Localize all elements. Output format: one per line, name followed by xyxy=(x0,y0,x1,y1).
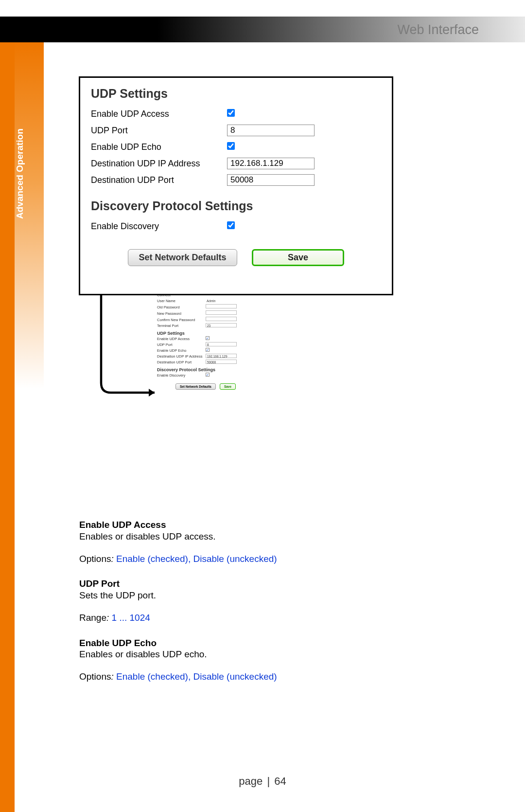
desc-access-opt-prefix: Options xyxy=(79,554,111,564)
dest-udp-ip-input[interactable] xyxy=(227,158,315,169)
enable-discovery-label: Enable Discovery xyxy=(91,221,227,232)
thumb-udp-echo-label: Enable UDP Echo xyxy=(157,348,206,354)
enable-discovery-checkbox[interactable] xyxy=(227,221,235,229)
thumb-tcp-termport-label: Terminal Port xyxy=(157,323,206,329)
thumb-tcp-newpwd-field xyxy=(206,310,237,315)
dest-udp-port-label: Destination UDP Port xyxy=(91,175,227,185)
thumb-disc-label: Enable Discovery xyxy=(157,373,206,379)
thumb-udp-port-label: UDP Port xyxy=(157,342,206,348)
udp-settings-title: UDP Settings xyxy=(91,87,381,101)
desc-echo-opt-colon: : xyxy=(111,671,116,682)
thumbnail-help-button: ? Help xyxy=(395,228,410,233)
side-section-label: Advanced Operation xyxy=(15,73,29,219)
thumb-udp-port-value: 8 xyxy=(206,342,237,346)
thumb-set-defaults-button: Set Network Defaults xyxy=(175,383,216,390)
enable-udp-access-checkbox[interactable] xyxy=(227,109,235,117)
thumb-disc-title: Discovery Protocol Settings xyxy=(157,367,254,372)
desc-access-opt-value: Enable (checked), Disable (unckecked) xyxy=(116,554,277,564)
desc-access-body: Enables or disables UDP access. xyxy=(79,531,420,542)
enable-udp-access-label: Enable UDP Access xyxy=(91,109,227,119)
udp-port-label: UDP Port xyxy=(91,126,227,136)
footer-page-number: 64 xyxy=(274,775,286,787)
desc-access-title: Enable UDP Access xyxy=(79,519,420,531)
thumb-save-button: Save xyxy=(220,383,236,390)
enable-udp-echo-label: Enable UDP Echo xyxy=(91,142,227,152)
thumb-disc-check xyxy=(206,373,210,377)
save-button[interactable]: Save xyxy=(252,249,344,266)
footer-label: page xyxy=(239,775,262,787)
desc-echo-opt-prefix: Options xyxy=(79,671,111,682)
enable-udp-echo-checkbox[interactable] xyxy=(227,142,235,150)
thumb-udp-enable-label: Enable UDP Access xyxy=(157,336,206,342)
thumb-tcp-oldpwd-field xyxy=(206,304,237,308)
thumb-tcp-newpwd-label: New Password xyxy=(157,311,206,317)
header-breadcrumb: Web Interface xyxy=(397,22,479,37)
dest-udp-port-input[interactable] xyxy=(227,174,315,186)
thumb-tcp-user-value: Admin xyxy=(206,299,237,303)
desc-port-opt-prefix: Range xyxy=(79,613,106,623)
desc-access-opt-colon: : xyxy=(111,554,116,564)
set-network-defaults-button[interactable]: Set Network Defaults xyxy=(128,249,237,266)
discovery-settings-title: Discovery Protocol Settings xyxy=(91,199,381,213)
thumb-tcp-oldpwd-label: Old Password xyxy=(157,305,206,310)
dest-udp-ip-label: Destination UDP IP Address xyxy=(91,159,227,169)
thumb-udp-title: UDP Settings xyxy=(157,331,254,336)
callout-arrow-icon xyxy=(96,295,164,397)
thumb-tcp-user-label: User Name xyxy=(157,298,206,304)
parameter-descriptions: Enable UDP Access Enables or disables UD… xyxy=(79,519,420,696)
thumb-udp-destip-label: Destination UDP IP Address xyxy=(157,354,206,360)
udp-port-input[interactable] xyxy=(227,125,315,136)
thumb-udp-echo-check xyxy=(206,348,210,352)
thumb-tcp-confpwd-field xyxy=(206,317,237,321)
thumb-udp-enable-check xyxy=(206,336,210,340)
desc-port-opt-colon: : xyxy=(106,613,112,623)
thumb-tcp-confpwd-label: Confirm New Password xyxy=(157,317,206,323)
desc-echo-title: Enable UDP Echo xyxy=(79,637,420,649)
desc-port-body: Sets the UDP port. xyxy=(79,590,420,601)
thumb-tcp-termport-value: 23 xyxy=(206,323,237,327)
thumb-udp-destip-value: 192.168.1.129 xyxy=(206,354,237,358)
desc-port-opt-value: 1 ... 1024 xyxy=(112,613,150,623)
thumb-udp-destport-label: Destination UDP Port xyxy=(157,360,206,365)
thumb-udp-destport-value: 50008 xyxy=(206,360,237,364)
desc-echo-opt-value: Enable (checked), Disable (unckecked) xyxy=(116,671,277,682)
page-footer: page | 64 xyxy=(0,775,525,788)
desc-echo-body: Enables or disables UDP echo. xyxy=(79,649,420,660)
left-orange-stripe xyxy=(0,42,15,812)
udp-settings-dialog: UDP Settings Enable UDP Access UDP Port … xyxy=(79,76,393,295)
desc-port-title: UDP Port xyxy=(79,578,420,590)
footer-separator: | xyxy=(267,775,270,787)
